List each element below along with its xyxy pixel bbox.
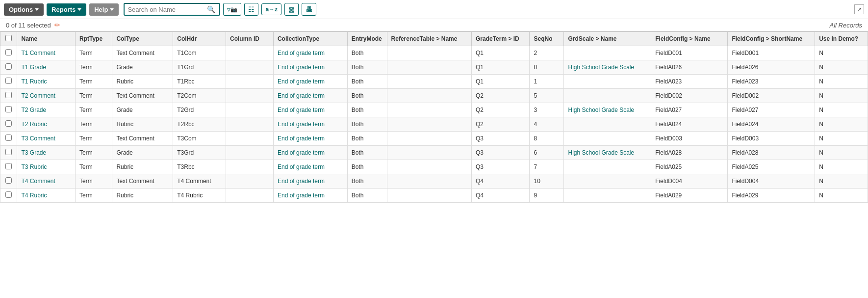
row-grdscale[interactable]: High School Grade Scale (564, 60, 651, 75)
row-colhdr: T2Com (173, 89, 226, 103)
header-name: Name (17, 32, 76, 46)
row-name[interactable]: T1 Grade (17, 60, 76, 75)
row-colhdr: T4 Comment (173, 174, 226, 189)
row-seqno: 8 (530, 132, 564, 146)
row-collectiontype[interactable]: End of grade term (273, 75, 347, 89)
row-name[interactable]: T4 Comment (17, 174, 76, 189)
row-grdscale[interactable] (564, 46, 651, 60)
row-checkbox[interactable] (5, 49, 12, 55)
row-fieldconfigshort: FieldA023 (728, 75, 815, 89)
row-grdscale[interactable] (564, 75, 651, 89)
row-colhdr: T3Com (173, 132, 226, 146)
row-rpttype: Term (75, 75, 112, 89)
row-name[interactable]: T2 Rubric (17, 117, 76, 132)
reports-button[interactable]: Reports (47, 3, 86, 16)
row-gradeterm: Q3 (471, 146, 530, 160)
print-button[interactable]: 🖶 (302, 3, 316, 16)
row-checkbox[interactable] (5, 63, 12, 70)
row-checkbox[interactable] (5, 120, 12, 127)
row-grdscale[interactable]: High School Grade Scale (564, 146, 651, 160)
row-name[interactable]: T2 Comment (17, 89, 76, 103)
row-checkbox[interactable] (5, 191, 12, 198)
row-grdscale[interactable] (564, 117, 651, 132)
row-colhdr: T2Rbc (173, 117, 226, 132)
row-coltype: Rubric (112, 160, 173, 174)
header-fieldconfig-name: FieldConfig > Name (651, 32, 728, 46)
row-coltype: Grade (112, 103, 173, 117)
row-collectiontype[interactable]: End of grade term (273, 60, 347, 75)
row-name[interactable]: T3 Comment (17, 132, 76, 146)
row-name[interactable]: T4 Rubric (17, 189, 76, 203)
row-grdscale[interactable] (564, 160, 651, 174)
row-reftable (387, 174, 471, 189)
options-button[interactable]: Options (4, 3, 44, 16)
row-checkbox-cell (0, 160, 17, 174)
header-columnid: Column ID (226, 32, 274, 46)
row-name[interactable]: T3 Grade (17, 146, 76, 160)
row-grdscale[interactable] (564, 174, 651, 189)
row-checkbox[interactable] (5, 92, 12, 98)
row-checkbox[interactable] (5, 78, 12, 84)
row-fieldconfigname: FieldD001 (651, 46, 728, 60)
row-fieldconfigname: FieldA026 (651, 60, 728, 75)
row-usedemo: N (815, 160, 868, 174)
search-icon-button[interactable]: 🔍 (206, 5, 216, 13)
row-checkbox[interactable] (5, 177, 12, 184)
row-fieldconfigname: FieldA028 (651, 146, 728, 160)
row-collectiontype[interactable]: End of grade term (273, 46, 347, 60)
row-usedemo: N (815, 146, 868, 160)
row-fieldconfigshort: FieldD001 (728, 46, 815, 60)
row-collectiontype[interactable]: End of grade term (273, 174, 347, 189)
row-fieldconfigname: FieldA023 (651, 75, 728, 89)
row-grdscale[interactable] (564, 132, 651, 146)
row-grdscale[interactable] (564, 189, 651, 203)
columns-button[interactable]: ☷ (244, 3, 258, 16)
search-input[interactable] (128, 6, 206, 13)
row-coltype: Rubric (112, 189, 173, 203)
row-checkbox-cell (0, 146, 17, 160)
row-collectiontype[interactable]: End of grade term (273, 189, 347, 203)
row-checkbox[interactable] (5, 106, 12, 112)
table-container: Name RptType ColType ColHdr Column ID Co… (0, 31, 868, 203)
filter-button[interactable]: ▿ 📷 (223, 3, 241, 16)
row-columnid (226, 46, 274, 60)
table-row: T4 CommentTermText CommentT4 CommentEnd … (0, 174, 868, 189)
row-fieldconfigshort: FieldA028 (728, 146, 815, 160)
row-fieldconfigshort: FieldA026 (728, 60, 815, 75)
row-grdscale[interactable]: High School Grade Scale (564, 103, 651, 117)
row-usedemo: N (815, 75, 868, 89)
row-reftable (387, 146, 471, 160)
row-seqno: 0 (530, 60, 564, 75)
row-collectiontype[interactable]: End of grade term (273, 146, 347, 160)
row-colhdr: T2Grd (173, 103, 226, 117)
sort-button[interactable]: a→z (261, 3, 281, 15)
row-reftable (387, 75, 471, 89)
clear-selection-icon[interactable]: ✏ (54, 21, 60, 29)
row-checkbox-cell (0, 174, 17, 189)
all-records-label: All Records (830, 22, 862, 29)
table-row: T1 GradeTermGradeT1GrdEnd of grade termB… (0, 60, 868, 75)
row-collectiontype[interactable]: End of grade term (273, 160, 347, 174)
select-all-checkbox[interactable] (5, 35, 12, 41)
row-grdscale[interactable] (564, 89, 651, 103)
row-name[interactable]: T1 Rubric (17, 75, 76, 89)
row-collectiontype[interactable]: End of grade term (273, 89, 347, 103)
row-fieldconfigshort: FieldA029 (728, 189, 815, 203)
row-seqno: 2 (530, 46, 564, 60)
expand-button[interactable]: ↗ (854, 4, 864, 14)
help-button[interactable]: Help (89, 3, 119, 16)
row-columnid (226, 117, 274, 132)
row-collectiontype[interactable]: End of grade term (273, 103, 347, 117)
row-name[interactable]: T1 Comment (17, 46, 76, 60)
row-reftable (387, 132, 471, 146)
row-rpttype: Term (75, 160, 112, 174)
row-name[interactable]: T3 Rubric (17, 160, 76, 174)
row-name[interactable]: T2 Grade (17, 103, 76, 117)
row-seqno: 4 (530, 117, 564, 132)
row-checkbox[interactable] (5, 135, 12, 141)
row-checkbox[interactable] (5, 163, 12, 169)
row-checkbox[interactable] (5, 149, 12, 155)
row-collectiontype[interactable]: End of grade term (273, 132, 347, 146)
chart-button[interactable]: ▩ (284, 3, 299, 16)
row-collectiontype[interactable]: End of grade term (273, 117, 347, 132)
